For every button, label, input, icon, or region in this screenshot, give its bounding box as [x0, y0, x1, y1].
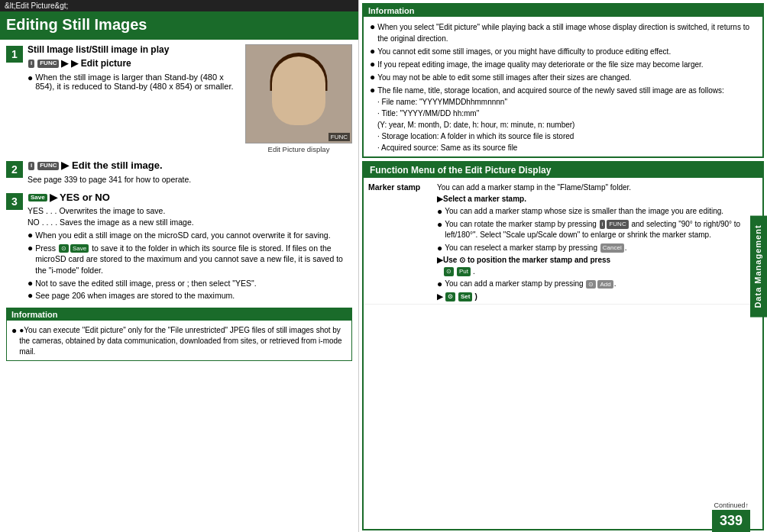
func-menu-header: Function Menu of the Edit Picture Displa…	[364, 163, 762, 178]
camera-image-container: FUNC Edit Picture display	[245, 44, 352, 153]
func-desc-bullet-4: ● You can add a marker stamp by pressing…	[437, 279, 758, 290]
page-number: 339	[712, 510, 750, 532]
left-content: 1 Still Image list/Still image in play i…	[0, 40, 358, 532]
info-right-sub-2: · Title: "YYYY/MM/DD hh:mm"	[377, 108, 756, 119]
func-label-img: FUNC	[328, 133, 350, 141]
func-i-btn[interactable]: i	[600, 220, 606, 229]
info-right-b2-text: You cannot edit some still images, or yo…	[377, 46, 671, 57]
info-right-bullet-5: ● The file name, title, storage location…	[370, 85, 756, 96]
step-1-text: Still Image list/Still image in play i F…	[28, 44, 239, 91]
no-text: NO . . . . Saves the image as a new stil…	[28, 217, 352, 228]
info-box-left-bullet: ● ●You can execute "Edit picture" only f…	[11, 325, 347, 357]
step-3-bullet-3: ● Not to save the edited still image, pr…	[28, 278, 352, 289]
info-right-b5-text: The file name, title, storage location, …	[377, 85, 724, 96]
info-box-left-header: Information	[7, 308, 351, 321]
step-2-body-text: See page 339 to page 341 for how to oper…	[28, 175, 191, 184]
info-right-bullet-4: ● You may not be able to edit some still…	[370, 72, 756, 83]
page-header: &lt;Edit Picture&gt;	[0, 0, 358, 11]
step-3-block: 3 Save ▶ YES or NO YES . . . Overwrites …	[6, 192, 352, 301]
arrow-set: ▶	[437, 292, 443, 303]
bullet-dot-1: ●	[28, 73, 33, 83]
info-right-b1-text: When you select "Edit picture" while pla…	[377, 21, 756, 44]
face-shape	[272, 56, 325, 125]
info-section-right-header: Information	[364, 5, 762, 17]
info-section-right-content: ● When you select "Edit picture" while p…	[364, 17, 762, 156]
step-3-content: Save ▶ YES or NO YES . . . Overwrites th…	[28, 192, 352, 301]
func-desc-line-1: You can add a marker stamp in the "Flame…	[437, 182, 758, 194]
info-right-bullet-1: ● When you select "Edit picture" while p…	[370, 21, 756, 44]
icon-btn-i-2[interactable]: i	[28, 162, 34, 169]
right-panel: Information ● When you select "Edit pict…	[359, 0, 767, 532]
step-2-number: 2	[6, 161, 23, 178]
continued-label: Continued↑	[714, 501, 750, 509]
info-box-left: Information ● ●You can execute "Edit pic…	[6, 308, 352, 361]
step-3-bullet-4-text: See page 206 when images are stored to t…	[35, 290, 235, 301]
step-2-content: i FUNC ▶ Edit the still image. See page …	[28, 160, 352, 185]
func-func-btn[interactable]: FUNC	[607, 220, 628, 229]
info-bullet-dot: ●	[11, 325, 17, 336]
step-3-title-text: ▶ YES or NO	[50, 192, 110, 205]
save-btn-inline[interactable]: ⊙	[59, 244, 69, 253]
info-right-sub-5: · Acquired source: Same as its source fi…	[377, 142, 756, 153]
step-3-bullet-2-text: Press ⊙Save to save it to the folder in …	[35, 243, 352, 276]
func-desc-b3: You can reselect a marker stamp by press…	[445, 243, 626, 254]
image-caption: Edit Picture display	[268, 145, 330, 153]
func-desc-b1: You can add a marker stamp whose size is…	[445, 206, 723, 218]
func-menu-desc-marker: You can add a marker stamp in the "Flame…	[437, 182, 758, 302]
side-tab: Data Management	[750, 215, 767, 317]
func-desc-bullet-3: ● You can reselect a marker stamp by pre…	[437, 243, 758, 254]
func-btn-2[interactable]: FUNC	[37, 162, 59, 169]
info-right-bd-5: ●	[370, 85, 375, 95]
func-menu-label-marker: Marker stamp	[368, 182, 437, 192]
step-2-title: i FUNC ▶ Edit the still image.	[28, 160, 352, 172]
func-desc-line-2: ▶Select a marker stamp.	[437, 194, 758, 205]
step-3-body: YES . . . Overwrites the image to save. …	[28, 205, 352, 301]
info-right-sub-1: · File name: "YYYYMMDDhhmmnnnn"	[377, 96, 756, 108]
bullet-dot-3-2: ●	[28, 243, 33, 253]
step-1-bullet: ● When the still image is larger than St…	[28, 73, 239, 91]
put-period: .	[473, 266, 475, 278]
yes-text: YES . . . Overwrites the image to save.	[28, 205, 352, 217]
bullet-dot-3-1: ●	[28, 230, 33, 240]
save-btn[interactable]: Save	[28, 194, 47, 202]
camera-image: FUNC	[245, 44, 352, 143]
func-desc-use: ▶Use ⊙ to position the marker stamp and …	[437, 255, 758, 266]
bullet-dot-3-3: ●	[28, 278, 33, 289]
info-right-sub-3: (Y: year, M: month, D: date, h: hour, m:…	[377, 119, 756, 131]
add-btn[interactable]: ⊙	[586, 280, 596, 289]
func-desc-bullet-1: ● You can add a marker stamp whose size …	[437, 206, 758, 218]
info-section-right: Information ● When you select "Edit pict…	[362, 3, 764, 158]
info-right-sub-4: · Storage location: A folder in which it…	[377, 131, 756, 142]
add-label[interactable]: Add	[597, 280, 613, 289]
func-desc-bullet-2: ● You can rotate the marker stamp by pre…	[437, 219, 758, 241]
func-desc-set: ▶ ⊙ Set )	[437, 292, 758, 303]
bullet-dot-3-4: ●	[28, 290, 33, 301]
info-box-left-content: ● ●You can execute "Edit picture" only f…	[7, 321, 351, 360]
cancel-btn[interactable]: Cancel	[600, 243, 624, 253]
info-right-bd-4: ●	[370, 72, 375, 82]
edit-picture-label: &lt;Edit Picture&gt;	[5, 2, 68, 10]
info-right-bullet-2: ● You cannot edit some still images, or …	[370, 46, 756, 57]
step-1-content: Still Image list/Still image in play i F…	[28, 44, 352, 153]
info-box-left-text: ●You can execute "Edit picture" only for…	[19, 325, 347, 357]
info-right-bd-3: ●	[370, 59, 375, 69]
put-label[interactable]: Put	[457, 267, 471, 276]
step-1-number: 1	[6, 46, 23, 63]
set-btn[interactable]: ⊙	[445, 292, 455, 301]
info-right-b3-text: If you repeat editing image, the image q…	[377, 59, 703, 70]
step-2-body: See page 339 to page 341 for how to oper…	[28, 174, 352, 185]
put-btn[interactable]: ⊙	[444, 267, 454, 276]
page-title: Editing Still Images	[0, 11, 358, 40]
step-3-title: Save ▶ YES or NO	[28, 192, 352, 205]
left-panel: &lt;Edit Picture&gt; Editing Still Image…	[0, 0, 359, 532]
step-3-bullet-1-text: When you edit a still image on the micro…	[35, 230, 330, 241]
step-1-subtitle: i FUNC ▶ ▶ Edit picture	[28, 58, 239, 70]
func-btn[interactable]: FUNC	[37, 60, 59, 67]
icon-btn-i[interactable]: i	[28, 60, 34, 67]
arrow-1: ▶	[61, 58, 68, 70]
func-menu-section: Function Menu of the Edit Picture Displa…	[362, 161, 764, 530]
step-1-block: 1 Still Image list/Still image in play i…	[6, 44, 352, 153]
func-desc-b4: You can add a marker stamp by pressing ⊙…	[445, 279, 616, 290]
set-label[interactable]: Set	[458, 292, 472, 301]
func-menu-content: Marker stamp You can add a marker stamp …	[364, 178, 762, 308]
